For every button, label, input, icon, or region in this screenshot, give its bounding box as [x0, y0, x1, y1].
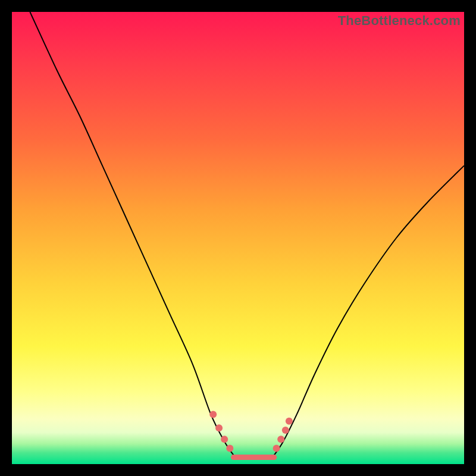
- data-marker: [282, 427, 289, 434]
- chart-area: TheBottleneck.com: [12, 12, 464, 464]
- bottleneck-curve-plot: [12, 12, 464, 464]
- data-marker: [286, 418, 293, 425]
- data-marker: [226, 444, 233, 452]
- data-marker: [209, 411, 217, 418]
- watermark-text: TheBottleneck.com: [338, 13, 461, 29]
- curve-right-branch: [274, 165, 464, 455]
- data-marker: [221, 436, 228, 443]
- data-marker: [277, 436, 284, 443]
- data-marker: [273, 444, 280, 452]
- data-marker: [215, 424, 223, 431]
- curve-left-branch: [30, 12, 233, 455]
